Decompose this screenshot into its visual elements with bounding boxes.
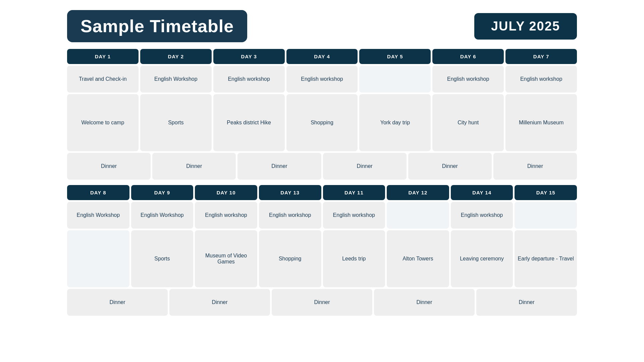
day-header-7: DAY 7 — [505, 49, 577, 64]
w1r1c5 — [359, 66, 431, 93]
day-header-12: DAY 12 — [387, 185, 449, 200]
w2r1c5: English workshop — [323, 202, 385, 229]
month-label: JULY 2025 — [491, 19, 560, 34]
w2r3c7: Dinner — [476, 289, 577, 316]
w2r1c3: English workshop — [195, 202, 257, 229]
w1r2c2: Sports — [140, 94, 212, 151]
w1r2c6: City hunt — [432, 94, 504, 151]
w1r3c2: Dinner — [152, 153, 236, 180]
w2r2c3: Museum of Video Games — [195, 230, 257, 287]
w2r2c1 — [67, 230, 129, 287]
w2r3c2: Dinner — [169, 289, 270, 316]
day-header-13: DAY 13 — [259, 185, 321, 200]
week2-headers: DAY 8 DAY 9 DAY 10 DAY 13 DAY 11 DAY 12 … — [67, 185, 577, 200]
w1r2c4: Shopping — [286, 94, 358, 151]
week2-block: DAY 8 DAY 9 DAY 10 DAY 13 DAY 11 DAY 12 … — [67, 185, 577, 316]
w2r3c4: Dinner — [374, 289, 475, 316]
w1r3c6: Dinner — [408, 153, 492, 180]
w1r1c6: English workshop — [432, 66, 504, 93]
w1-day5-merged: York day trip — [359, 94, 431, 151]
day-header-2: DAY 2 — [140, 49, 212, 64]
title-box: Sample Timetable — [67, 10, 247, 42]
week2-row1: English Workshop English Workshop Englis… — [67, 202, 577, 229]
week2-row3: Dinner Dinner Dinner Dinner Dinner — [67, 289, 577, 316]
w2-day15-merged: Early departure - Travel — [515, 230, 577, 287]
w2r2c4: Shopping — [259, 230, 321, 287]
w2r1c6 — [387, 202, 449, 229]
month-box: JULY 2025 — [474, 13, 577, 40]
day-header-11: DAY 11 — [323, 185, 385, 200]
day-header-10: DAY 10 — [195, 185, 257, 200]
day-header-4: DAY 4 — [286, 49, 358, 64]
day-header-6: DAY 6 — [432, 49, 504, 64]
week2-row2-container: Sports Museum of Video Games Shopping Le… — [67, 230, 577, 287]
w2r1c2: English Workshop — [131, 202, 194, 229]
w1r3c1: Dinner — [67, 153, 151, 180]
w1r2c7: Millenium Museum — [505, 94, 577, 151]
w2r3c1: Dinner — [67, 289, 168, 316]
page-title: Sample Timetable — [80, 16, 234, 36]
day-header-9: DAY 9 — [131, 185, 194, 200]
w2-day11-merged: Leeds trip — [323, 230, 385, 287]
week1-block: DAY 1 DAY 2 DAY 3 DAY 4 DAY 5 DAY 6 DAY … — [67, 49, 577, 180]
day-header-14: DAY 14 — [451, 185, 513, 200]
w1r3c3: Dinner — [237, 153, 321, 180]
timetable: DAY 1 DAY 2 DAY 3 DAY 4 DAY 5 DAY 6 DAY … — [67, 49, 577, 319]
w1r1c3: English workshop — [213, 66, 285, 93]
w1r1c4: English workshop — [286, 66, 358, 93]
week1-row3: Dinner Dinner Dinner Dinner Dinner Dinne… — [67, 153, 577, 180]
w1r1c1: Travel and Check-in — [67, 66, 139, 93]
w1r3c4: Dinner — [323, 153, 407, 180]
w2r1c1: English Workshop — [67, 202, 129, 229]
day-header-3: DAY 3 — [213, 49, 285, 64]
w2r3c3: Dinner — [272, 289, 372, 316]
w2-day12-merged: Alton Towers — [387, 230, 449, 287]
header-row: Sample Timetable JULY 2025 — [67, 10, 577, 42]
week1-headers: DAY 1 DAY 2 DAY 3 DAY 4 DAY 5 DAY 6 DAY … — [67, 49, 577, 64]
w1r1c7: English workshop — [505, 66, 577, 93]
w2r1c4: English workshop — [259, 202, 321, 229]
w1r1c2: English Workshop — [140, 66, 212, 93]
day-header-5: DAY 5 — [359, 49, 431, 64]
w2r2c2: Sports — [131, 230, 194, 287]
w1r2c1: Welcome to camp — [67, 94, 139, 151]
w1r3c7: Dinner — [493, 153, 577, 180]
w2r1c7: English workshop — [451, 202, 513, 229]
w1r2c3: Peaks district Hike — [213, 94, 285, 151]
day-header-1: DAY 1 — [67, 49, 139, 64]
w2r1c8 — [515, 202, 577, 229]
w2r2c7: Leaving ceremony — [451, 230, 513, 287]
week1-row1: Travel and Check-in English Workshop Eng… — [67, 66, 577, 93]
day-header-15: DAY 15 — [515, 185, 577, 200]
day-header-8: DAY 8 — [67, 185, 129, 200]
page-wrapper: Sample Timetable JULY 2025 DAY 1 DAY 2 D… — [0, 0, 644, 362]
week1-row2-container: Welcome to camp Sports Peaks district Hi… — [67, 94, 577, 151]
